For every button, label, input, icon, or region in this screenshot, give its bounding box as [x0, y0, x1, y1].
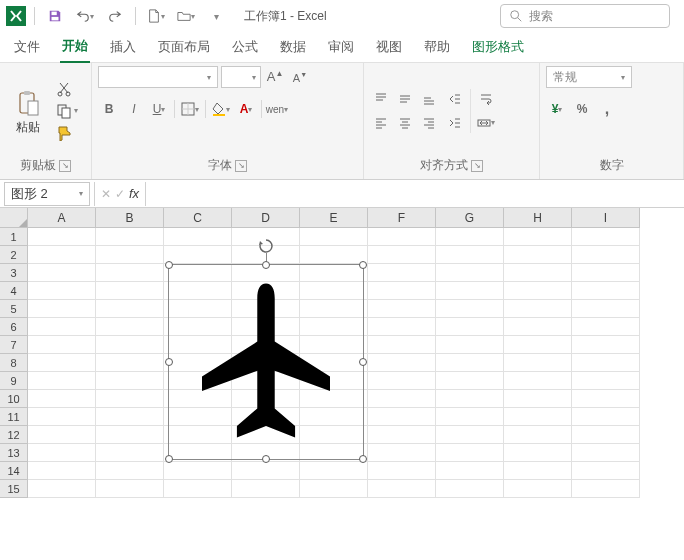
redo-button[interactable]: [103, 4, 127, 28]
currency-button[interactable]: ¥▾: [546, 98, 568, 120]
cell[interactable]: [164, 228, 232, 246]
borders-button[interactable]: ▾: [179, 98, 201, 120]
col-header[interactable]: E: [300, 208, 368, 228]
airplane-shape-icon[interactable]: [191, 281, 341, 444]
cell[interactable]: [436, 426, 504, 444]
cell[interactable]: [572, 282, 640, 300]
wrap-text-button[interactable]: [475, 88, 497, 110]
cell[interactable]: [504, 228, 572, 246]
cell[interactable]: [28, 372, 96, 390]
cell[interactable]: [28, 336, 96, 354]
row-header[interactable]: 10: [0, 390, 28, 408]
cell[interactable]: [28, 462, 96, 480]
bold-button[interactable]: B: [98, 98, 120, 120]
cell[interactable]: [436, 408, 504, 426]
new-file-button[interactable]: ▾: [144, 4, 168, 28]
align-top-button[interactable]: [370, 88, 392, 110]
phonetic-button[interactable]: wen▾: [266, 98, 288, 120]
tab-insert[interactable]: 插入: [108, 32, 138, 62]
cell[interactable]: [368, 318, 436, 336]
cell[interactable]: [96, 462, 164, 480]
cell[interactable]: [504, 354, 572, 372]
col-header[interactable]: H: [504, 208, 572, 228]
enter-formula-icon[interactable]: ✓: [115, 187, 125, 201]
cell[interactable]: [572, 390, 640, 408]
cell[interactable]: [572, 372, 640, 390]
row-header[interactable]: 7: [0, 336, 28, 354]
cell[interactable]: [96, 246, 164, 264]
cell[interactable]: [96, 282, 164, 300]
cell[interactable]: [504, 444, 572, 462]
cell[interactable]: [28, 300, 96, 318]
cancel-formula-icon[interactable]: ✕: [101, 187, 111, 201]
cell[interactable]: [436, 318, 504, 336]
cell[interactable]: [28, 390, 96, 408]
cell[interactable]: [96, 372, 164, 390]
align-middle-button[interactable]: [394, 88, 416, 110]
resize-handle-e[interactable]: [359, 358, 367, 366]
row-header[interactable]: 5: [0, 300, 28, 318]
comma-button[interactable]: ,: [596, 98, 618, 120]
cell[interactable]: [572, 426, 640, 444]
cell[interactable]: [436, 228, 504, 246]
row-header[interactable]: 3: [0, 264, 28, 282]
row-header[interactable]: 15: [0, 480, 28, 498]
cell[interactable]: [368, 480, 436, 498]
cell[interactable]: [300, 246, 368, 264]
font-name-combo[interactable]: ▾: [98, 66, 218, 88]
col-header[interactable]: G: [436, 208, 504, 228]
cell[interactable]: [504, 372, 572, 390]
col-header[interactable]: D: [232, 208, 300, 228]
rotation-handle-icon[interactable]: [257, 237, 275, 255]
resize-handle-nw[interactable]: [165, 261, 173, 269]
increase-indent-button[interactable]: [444, 112, 466, 134]
cell[interactable]: [436, 480, 504, 498]
tab-home[interactable]: 开始: [60, 31, 90, 63]
row-header[interactable]: 2: [0, 246, 28, 264]
merge-center-button[interactable]: ▾: [475, 112, 497, 134]
cell[interactable]: [164, 462, 232, 480]
cell[interactable]: [28, 228, 96, 246]
cell[interactable]: [28, 408, 96, 426]
cell[interactable]: [96, 228, 164, 246]
cell[interactable]: [504, 264, 572, 282]
col-header[interactable]: I: [572, 208, 640, 228]
col-header[interactable]: A: [28, 208, 96, 228]
cell[interactable]: [572, 228, 640, 246]
col-header[interactable]: B: [96, 208, 164, 228]
increase-font-size-button[interactable]: A▲: [264, 66, 286, 88]
copy-button[interactable]: ▾: [56, 103, 78, 119]
fx-icon[interactable]: fx: [129, 186, 139, 201]
cell[interactable]: [368, 336, 436, 354]
cell[interactable]: [96, 390, 164, 408]
cell[interactable]: [96, 264, 164, 282]
font-size-combo[interactable]: ▾: [221, 66, 261, 88]
cell[interactable]: [28, 444, 96, 462]
cell[interactable]: [300, 462, 368, 480]
clipboard-launcher[interactable]: ↘: [59, 160, 71, 172]
cell[interactable]: [368, 372, 436, 390]
tab-data[interactable]: 数据: [278, 32, 308, 62]
italic-button[interactable]: I: [123, 98, 145, 120]
align-right-button[interactable]: [418, 112, 440, 134]
row-header[interactable]: 8: [0, 354, 28, 372]
cell[interactable]: [300, 480, 368, 498]
row-header[interactable]: 14: [0, 462, 28, 480]
row-header[interactable]: 12: [0, 426, 28, 444]
cell[interactable]: [28, 354, 96, 372]
cell[interactable]: [164, 480, 232, 498]
undo-button[interactable]: ▾: [73, 4, 97, 28]
cell[interactable]: [504, 390, 572, 408]
qat-customize-button[interactable]: ▾: [204, 4, 228, 28]
resize-handle-sw[interactable]: [165, 455, 173, 463]
formula-input[interactable]: [145, 182, 684, 206]
cell[interactable]: [368, 462, 436, 480]
cell[interactable]: [436, 282, 504, 300]
cell[interactable]: [572, 480, 640, 498]
cell[interactable]: [368, 228, 436, 246]
align-bottom-button[interactable]: [418, 88, 440, 110]
cell[interactable]: [28, 264, 96, 282]
cell[interactable]: [436, 336, 504, 354]
decrease-font-size-button[interactable]: A▼: [289, 66, 311, 88]
format-painter-button[interactable]: [56, 125, 78, 141]
